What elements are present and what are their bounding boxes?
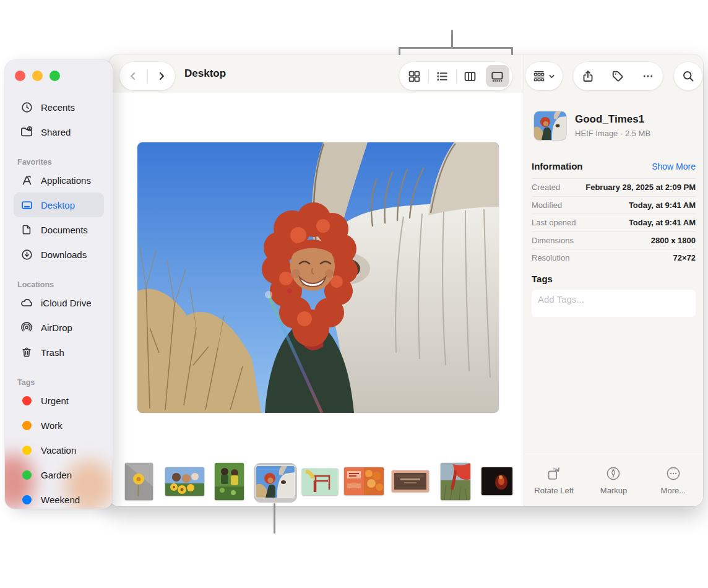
sidebar-item-tag-weekend[interactable]: Weekend xyxy=(5,487,113,509)
icon-view-button[interactable] xyxy=(401,62,428,90)
info-row-dimensions: Dimensions 2800 x 1800 xyxy=(532,231,696,249)
thumbnail-sunflowers[interactable] xyxy=(165,467,204,496)
sidebar-item-label: Shared xyxy=(41,127,71,137)
sidebar-item-recents[interactable]: Recents xyxy=(5,95,113,119)
inspector-toolbar xyxy=(524,54,703,93)
ellipsis-icon xyxy=(642,70,654,82)
inspector-action-bar: Rotate Left Markup More... xyxy=(524,454,703,506)
group-button[interactable] xyxy=(525,62,563,90)
section-label-favorites: Favorites xyxy=(5,150,113,168)
thumbnail-chair[interactable] xyxy=(302,469,338,495)
gallery-view-button[interactable] xyxy=(484,62,511,90)
sidebar-item-label: Urgent xyxy=(41,396,69,406)
sidebar-item-applications[interactable]: Applications xyxy=(5,168,113,192)
thumbnail-dark-red[interactable] xyxy=(481,467,512,495)
sidebar-item-tag-work[interactable]: Work xyxy=(5,413,113,438)
desktop-icon xyxy=(20,198,33,212)
list-view-icon xyxy=(436,70,449,83)
sidebar-item-label: Downloads xyxy=(41,249,87,260)
zoom-button[interactable] xyxy=(50,71,60,81)
row-label: Resolution xyxy=(532,253,569,262)
sidebar-item-shared[interactable]: Shared xyxy=(5,119,113,144)
thumbnail-red-fabric-field[interactable] xyxy=(441,463,470,500)
sidebar-item-label: Garden xyxy=(41,470,72,480)
back-button[interactable] xyxy=(119,62,147,90)
info-row-modified: Modified Today, at 9:41 AM xyxy=(532,196,696,214)
sidebar-item-tag-urgent[interactable]: Urgent xyxy=(5,388,113,413)
column-view-icon xyxy=(464,70,477,83)
clock-icon xyxy=(20,100,33,114)
add-tags-input[interactable] xyxy=(532,290,696,317)
action-pill xyxy=(573,62,663,90)
row-label: Created xyxy=(532,183,560,192)
sidebar-item-icloud-drive[interactable]: iCloud Drive xyxy=(5,290,113,315)
thumbnail-garden[interactable] xyxy=(215,463,244,500)
close-button[interactable] xyxy=(15,71,25,81)
row-value: Today, at 9:41 AM xyxy=(629,201,696,210)
trash-icon xyxy=(20,345,33,359)
callout-top-tick-left xyxy=(399,48,400,55)
callout-top-tick-right xyxy=(511,48,513,55)
sidebar-item-label: Documents xyxy=(41,225,88,235)
minimize-button[interactable] xyxy=(32,71,43,81)
thumbnail-framed-sign[interactable] xyxy=(392,470,429,492)
tag-icon xyxy=(611,70,624,82)
list-view-button[interactable] xyxy=(429,62,456,90)
sidebar-item-downloads[interactable]: Downloads xyxy=(5,242,113,267)
shared-folder-icon xyxy=(20,125,33,139)
show-more-link[interactable]: Show More xyxy=(652,162,696,171)
thumbnail-selected-donkey[interactable] xyxy=(254,463,297,503)
thumbnail-market-poster[interactable] xyxy=(344,467,384,495)
tag-dot-yellow xyxy=(22,446,32,455)
tag-dot-red xyxy=(22,396,32,405)
cloud-icon xyxy=(20,296,33,309)
info-row-created: Created February 28, 2025 at 2:09 PM xyxy=(532,178,696,196)
finder-window: Desktop xyxy=(109,54,703,506)
forward-button[interactable] xyxy=(147,62,175,90)
info-rows: Created February 28, 2025 at 2:09 PM Mod… xyxy=(532,178,696,267)
row-label: Modified xyxy=(532,201,562,210)
row-value: February 28, 2025 at 2:09 PM xyxy=(585,183,696,192)
sidebar-item-documents[interactable]: Documents xyxy=(5,217,113,242)
traffic-lights xyxy=(15,71,60,81)
sidebar-item-tag-garden[interactable]: Garden xyxy=(5,462,113,487)
markup-button[interactable]: Markup xyxy=(584,454,643,506)
sidebar-item-airdrop[interactable]: AirDrop xyxy=(5,315,113,340)
tag-dot-blue xyxy=(22,495,32,504)
finder-sidebar: Recents Shared Favorites Applications De… xyxy=(5,60,113,509)
toolbar: Desktop xyxy=(109,54,524,93)
sidebar-item-label: Desktop xyxy=(41,200,75,210)
information-heading: Information xyxy=(532,161,583,171)
share-button[interactable] xyxy=(582,70,594,82)
share-icon xyxy=(582,70,594,82)
inspector-panel: Good_Times1 HEIF Image - 2.5 MB Informat… xyxy=(524,54,703,506)
grid-view-icon xyxy=(408,70,421,83)
thumbnail-flower[interactable] xyxy=(125,463,153,500)
rotate-left-button[interactable]: Rotate Left xyxy=(524,454,584,506)
tags-button[interactable] xyxy=(611,70,624,82)
section-label-tags: Tags xyxy=(5,371,113,388)
sidebar-nav: Recents Shared Favorites Applications De… xyxy=(5,95,113,509)
search-button[interactable] xyxy=(674,62,702,90)
sidebar-item-tag-vacation[interactable]: Vacation xyxy=(5,438,113,462)
info-row-last-opened: Last opened Today, at 9:41 AM xyxy=(532,214,696,231)
sidebar-item-label: Trash xyxy=(41,347,64,358)
callout-bottom-stem xyxy=(274,503,275,534)
row-value: Today, at 9:41 AM xyxy=(629,218,696,227)
sidebar-item-label: AirDrop xyxy=(41,322,72,333)
thumbnail-selected-image xyxy=(256,466,295,498)
file-thumbnail xyxy=(534,111,566,140)
markup-icon xyxy=(606,466,621,481)
column-view-button[interactable] xyxy=(457,62,484,90)
row-value: 2800 x 1800 xyxy=(651,236,696,245)
download-icon xyxy=(20,248,33,261)
action-label: Markup xyxy=(600,486,627,495)
sidebar-item-label: iCloud Drive xyxy=(41,298,92,308)
sidebar-item-desktop[interactable]: Desktop xyxy=(14,192,104,217)
rotate-left-icon xyxy=(546,466,561,481)
more-button[interactable] xyxy=(642,70,654,82)
airdrop-icon xyxy=(20,321,33,334)
more-action-button[interactable]: More... xyxy=(644,454,703,506)
file-meta: HEIF Image - 2.5 MB xyxy=(575,129,650,138)
sidebar-item-trash[interactable]: Trash xyxy=(5,340,113,365)
